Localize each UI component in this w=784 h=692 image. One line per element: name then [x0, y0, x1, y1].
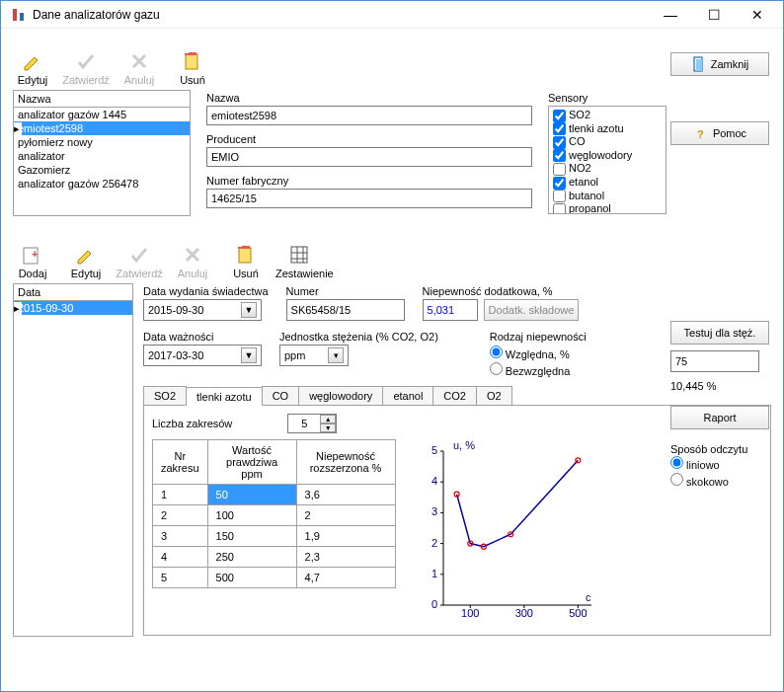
list-item[interactable]: pyłomierz nowy — [14, 135, 190, 149]
tab-o2[interactable]: O2 — [476, 386, 512, 405]
spin-up-icon[interactable]: ▲ — [320, 415, 336, 423]
addunc-input[interactable] — [423, 299, 478, 321]
analyzer-list-items[interactable]: analizator gazów 1445emiotest2598pyłomie… — [13, 108, 191, 216]
tab-etanol[interactable]: etanol — [382, 386, 433, 405]
table-row[interactable]: 21002 — [153, 505, 396, 526]
tab-węglowodory[interactable]: węglowodory — [298, 386, 383, 405]
tab-co2[interactable]: CO2 — [432, 386, 477, 405]
sensor-checkbox[interactable]: węglowodory — [551, 149, 664, 163]
dates-list: Data 2015-09-30 — [13, 283, 133, 637]
add-button[interactable]: +Dodaj — [9, 244, 56, 279]
help-button-label: Pomoc — [713, 127, 746, 139]
tab-tlenki-azotu[interactable]: tlenki azotu — [186, 387, 263, 406]
sensor-checkbox[interactable]: CO — [551, 135, 664, 149]
producer-input[interactable]: EMIO — [206, 147, 532, 167]
svg-rect-9 — [291, 247, 307, 263]
svg-text:u, %: u, % — [453, 439, 475, 451]
cancel-button: Anuluj — [116, 50, 163, 86]
sensor-checkbox[interactable]: etanol — [551, 176, 664, 190]
issue-date-combo[interactable]: 2015-09-30▼ — [143, 299, 262, 321]
dates-header[interactable]: Data — [13, 283, 133, 301]
svg-rect-8 — [239, 248, 251, 263]
list-item[interactable]: emiotest2598 — [14, 121, 190, 135]
spin-down-icon[interactable]: ▼ — [320, 423, 336, 432]
unit-combo[interactable]: ppm▾ — [279, 345, 349, 366]
test-value-input[interactable] — [670, 350, 759, 372]
toolbar1: Edytuj Zatwierdź Anuluj Usuń — [1, 46, 783, 90]
chevron-down-icon: ▼ — [241, 302, 257, 318]
sensor-checkbox[interactable]: SO2 — [551, 109, 664, 122]
list-button[interactable]: Zestawienie — [275, 244, 323, 279]
sensor-checkbox[interactable]: butanol — [551, 190, 664, 203]
svg-rect-5 — [186, 54, 197, 69]
list-item[interactable]: analizator gazów 256478 — [14, 177, 190, 191]
edit-button[interactable]: Edytuj — [9, 50, 56, 86]
delete-button-2[interactable]: Usuń — [222, 244, 270, 279]
cancel-button-2: Anuluj — [169, 244, 216, 279]
tab-co[interactable]: CO — [262, 386, 300, 405]
name-label: Nazwa — [206, 92, 532, 104]
confirm-button-2: Zatwierdź — [116, 244, 163, 279]
number-input[interactable] — [286, 299, 405, 321]
list-item[interactable]: 2015-09-30 — [14, 301, 132, 315]
name-input[interactable]: emiotest2598 — [206, 106, 532, 125]
test-button[interactable]: Testuj dla stęż. — [670, 321, 769, 345]
table-row[interactable]: 1503,6 — [153, 485, 396, 505]
svg-text:500: 500 — [569, 607, 587, 619]
table-row[interactable]: 42502,3 — [153, 547, 396, 568]
delete-button[interactable]: Usuń — [169, 50, 216, 86]
unckind-relative-radio[interactable]: Względna, % — [490, 345, 587, 361]
svg-text:1: 1 — [431, 568, 436, 579]
sensors-label: Sensory — [548, 92, 666, 104]
report-button[interactable]: Raport — [670, 406, 769, 429]
test-result: 10,445 % — [670, 380, 769, 392]
svg-rect-3 — [696, 59, 702, 71]
valid-combo[interactable]: 2017-03-30▼ — [143, 345, 262, 366]
analyzer-list: Nazwa analizator gazów 1445emiotest2598p… — [13, 90, 191, 216]
edit-button-2[interactable]: Edytuj — [62, 244, 110, 279]
close-window-button[interactable]: ✕ — [736, 5, 779, 25]
svg-text:c: c — [586, 591, 591, 603]
sensor-checkbox[interactable]: NO2 — [551, 162, 664, 176]
maximize-button[interactable]: ☐ — [692, 5, 736, 25]
number-label: Numer — [286, 285, 405, 297]
range-count-spin[interactable]: ▲▼ — [287, 414, 337, 433]
help-icon: ? — [693, 125, 709, 141]
tab-so2[interactable]: SO2 — [143, 386, 187, 405]
list-item[interactable]: Gazomierz — [14, 163, 190, 177]
svg-text:300: 300 — [514, 607, 532, 619]
dates-items[interactable]: 2015-09-30 — [13, 301, 133, 637]
readmode-linear-radio[interactable]: liniowo — [670, 455, 769, 472]
table-row[interactable]: 55004,7 — [153, 568, 396, 588]
svg-text:5: 5 — [431, 444, 436, 456]
window-title: Dane analizatorów gazu — [33, 8, 649, 22]
sensor-checkbox[interactable]: tlenki azotu — [551, 122, 664, 136]
readmode-step-radio[interactable]: skokowo — [670, 472, 769, 489]
svg-rect-0 — [13, 9, 17, 21]
unckind-absolute-radio[interactable]: Bezwzględna — [490, 361, 587, 378]
minimize-button[interactable]: — — [649, 5, 692, 25]
svg-text:100: 100 — [461, 607, 479, 619]
analyzer-list-header[interactable]: Nazwa — [13, 90, 191, 108]
svg-rect-1 — [20, 13, 24, 21]
toolbar2: +Dodaj Edytuj Zatwierdź Anuluj Usuń Zest… — [1, 240, 783, 283]
readmode-label: Sposób odczytu — [670, 443, 769, 455]
unit-label: Jednostka stężenia (% CO2, O2) — [279, 331, 438, 343]
list-item[interactable]: analizator — [14, 149, 190, 163]
addcomp-button[interactable]: Dodatk. składowe — [484, 299, 580, 321]
ranges-table[interactable]: Nr zakresu Wartość prawdziwa ppm Niepewn… — [152, 439, 396, 588]
svg-text:+: + — [32, 248, 38, 260]
svg-text:?: ? — [697, 128, 704, 140]
close-button-label: Zamknij — [711, 58, 749, 70]
help-button[interactable]: ? Pomoc — [670, 121, 769, 145]
svg-text:4: 4 — [431, 475, 436, 487]
sensors-list[interactable]: SO2tlenki azotuCOwęglowodoryNO2etanolbut… — [548, 106, 666, 214]
table-row[interactable]: 31501,9 — [153, 526, 396, 547]
producer-label: Producent — [206, 133, 532, 145]
serial-input[interactable]: 14625/15 — [206, 189, 532, 208]
app-icon — [11, 7, 27, 23]
range-count-label: Liczba zakresów — [152, 418, 232, 429]
close-button[interactable]: Zamknij — [670, 52, 769, 76]
list-item[interactable]: analizator gazów 1445 — [14, 108, 190, 121]
sensor-checkbox[interactable]: propanol — [551, 202, 664, 214]
